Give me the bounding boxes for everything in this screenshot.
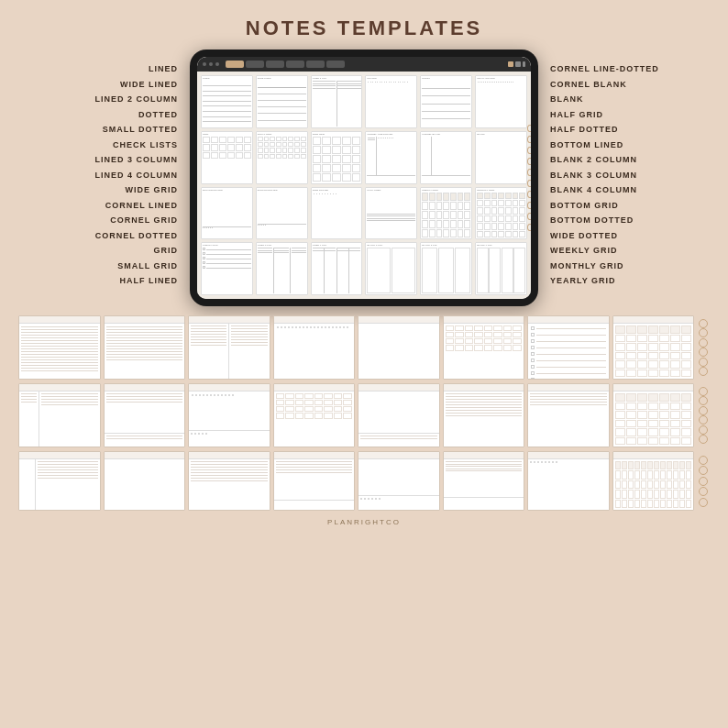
list-item-bottom-dotted: BOTTOM DOTTED [550,215,634,227]
strip-row-2 [18,383,710,447]
list-item-lined-4col: LINED 4 COLUMN [95,170,179,182]
tablet-template-grid: LINED WIDE LINED [197,72,531,299]
template-blank-2col: BLANK 2 COL [365,242,417,295]
list-item-dotted: DOTTED [138,109,178,122]
left-template-list: LINED WIDE LINED LINED 2 COLUMN DOTTED S… [59,50,178,288]
strip-lined-2 [104,315,186,380]
list-item-wide-dotted: WIDE DOTTED [550,230,618,243]
list-item-weekly-grid: WEEKLY GRID [550,245,618,258]
toolbar-tab-3[interactable] [266,61,284,68]
list-item-cornel-line-dotted: CORNEL LINE-DOTTED [550,63,659,76]
strip-r3-3 [188,451,270,511]
list-item-bottom-lined: BOTTOM LINED [550,139,623,152]
strip-monthly [612,315,695,380]
strip-r3-2 [104,451,186,511]
list-item-cornel-grid: CORNEL GRID [110,215,178,227]
template-bottom-dotted: BOTTOM DOTTED [201,187,253,240]
template-blank: BLANK [475,131,527,184]
list-item-bottom-grid: BOTTOM GRID [550,200,619,213]
strip-lined-1 [18,315,101,380]
toolbar-tab-1[interactable] [226,61,244,68]
strip-r3-5 [358,451,440,511]
template-lined: LINED [201,75,253,128]
page-title: NOTES TEMPLATES [0,0,728,40]
strip-grid-1 [443,315,525,380]
template-lined-4col: LINED 4 COL [311,242,363,295]
strip-check-list [527,315,610,380]
list-item-lined-3col: LINED 3 COLUMN [95,154,179,167]
template-dotted: DOTTED [365,75,417,128]
list-item-check-lists: CHECK LISTS [113,139,178,152]
template-wide-lined: WIDE LINED [256,75,308,128]
list-item-half-lined: HALF LINED [120,275,179,288]
strip-r2-8 [612,383,695,447]
template-small-grid: SMALL GRID [256,131,308,184]
strip-r2-2 [104,383,186,447]
bottom-templates-section [18,315,710,511]
strip-row-3 [18,451,710,511]
strip-r2-1 [18,383,101,447]
list-item-blank: BLANK [550,94,584,106]
template-grid: GRID [201,131,253,184]
list-item-grid: GRID [154,245,179,258]
strip-blank-1 [358,315,440,380]
strip-r2-7 [527,383,610,447]
main-content: LINED WIDE LINED LINED 2 COLUMN DOTTED S… [0,50,728,306]
template-lined-3col: LINED 3 COL [256,242,308,295]
brand-name: PLANRIGHTCO [0,518,728,526]
strip-r3-4 [273,451,356,511]
template-wide-dotted: WIDE DOTTED [311,187,363,240]
list-item-blank-3col: BLANK 3 COLUMN [550,170,637,182]
strip-r2-6 [443,383,525,447]
list-item-blank-2col: BLANK 2 COLUMN [550,154,637,167]
template-notes: NOTES [420,75,472,128]
strip-r3-7 [527,451,610,511]
strip-spiral-1 [697,315,710,380]
page-background: NOTES TEMPLATES LINED WIDE LINED LINED 2… [0,0,728,728]
list-item-cornel-blank: CORNEL BLANK [550,79,627,92]
template-monthly-grid: MONTHLY GRID [475,187,527,240]
toolbar-dot-1 [203,62,206,66]
toolbar-tab-4[interactable] [286,61,304,68]
template-cornel-blank: CORNEL BLANK [420,131,472,184]
strip-2col [188,315,270,380]
strip-row-1 [18,315,710,380]
list-item-small-grid: SMALL GRID [117,260,178,273]
tablet-toolbar [197,57,531,72]
list-item-small-dotted: SMALL DOTTED [103,124,178,137]
template-blank-4col: BLANK 4 COL [475,242,527,295]
strip-r2-4 [273,383,356,447]
tablet-device: LINED WIDE LINED [190,50,538,306]
toolbar-tabs [226,61,345,68]
toolbar-tab-5[interactable] [306,61,325,68]
template-lined-2col: LINED 2 COL [311,75,363,128]
template-wide-grid: WIDE GRID [311,131,363,184]
list-item-blank-4col: BLANK 4 COLUMN [550,184,637,197]
list-item-half-dotted: HALF DOTTED [550,124,619,137]
list-item-wide-grid: WIDE GRID [126,184,179,197]
strip-dotted-1 [273,315,356,380]
toolbar-dot-3 [215,62,219,66]
template-blank-3col: BLANK 3 COL [420,242,472,295]
strip-spiral-2 [697,383,710,447]
tablet-screen: LINED WIDE LINED [197,57,531,299]
right-template-list: CORNEL LINE-DOTTED CORNEL BLANK BLANK HA… [550,50,669,288]
strip-r2-5 [358,383,440,447]
list-item-yearly-grid: YEARLY GRID [550,275,616,288]
strip-r3-8 [612,451,695,511]
strip-r3-6 [443,451,525,511]
spiral-binding [527,125,531,231]
template-weekly-grid: WEEKLY GRID [420,187,472,240]
toolbar-tab-2[interactable] [246,61,264,68]
template-check-lists: CHECK LISTS [201,242,253,295]
strip-r2-3 [188,383,270,447]
toolbar-tab-6[interactable] [326,61,345,68]
strip-spiral-3 [697,451,710,511]
list-item-lined: LINED [149,63,178,76]
template-cornel-lined-dotted: CORNEL LINE DOTTED [365,131,417,184]
list-item-cornel-dotted: CORNEL DOTTED [95,230,178,243]
list-item-cornel-lined: CORNEL LINED [105,200,178,213]
list-item-lined-2col: LINED 2 COLUMN [95,94,179,106]
tablet-container: LINED WIDE LINED [185,50,543,306]
list-item-half-grid: HALF GRID [550,109,603,122]
